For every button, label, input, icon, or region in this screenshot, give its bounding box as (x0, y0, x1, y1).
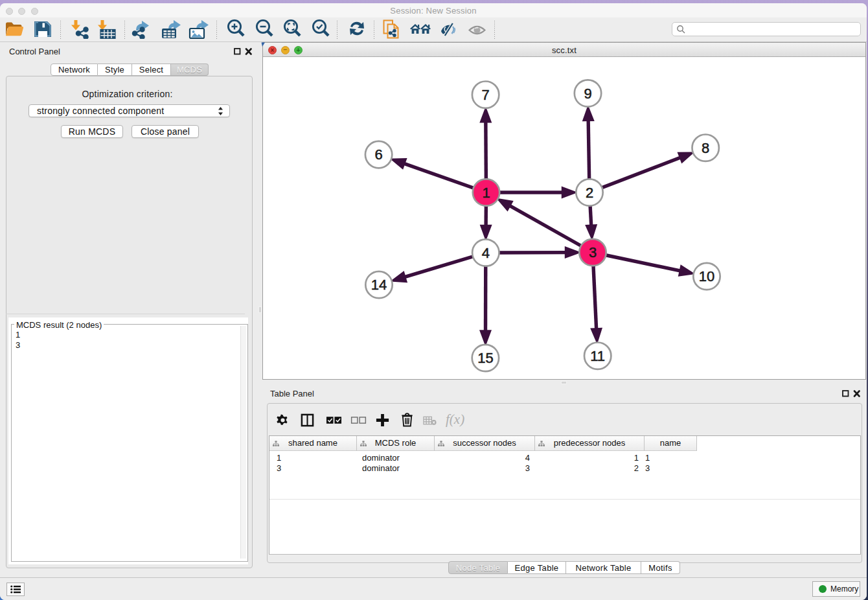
svg-text:1: 1 (482, 185, 490, 201)
svg-text:9: 9 (584, 86, 591, 102)
svg-text:8: 8 (702, 140, 709, 156)
svg-text:15: 15 (477, 350, 493, 366)
svg-text:2: 2 (586, 185, 593, 201)
svg-text:6: 6 (374, 146, 382, 163)
svg-text:4: 4 (482, 245, 490, 261)
svg-text:10: 10 (699, 268, 714, 284)
svg-text:11: 11 (590, 348, 605, 364)
svg-text:3: 3 (589, 244, 597, 260)
svg-text:14: 14 (371, 277, 387, 293)
svg-text:7: 7 (481, 87, 489, 103)
